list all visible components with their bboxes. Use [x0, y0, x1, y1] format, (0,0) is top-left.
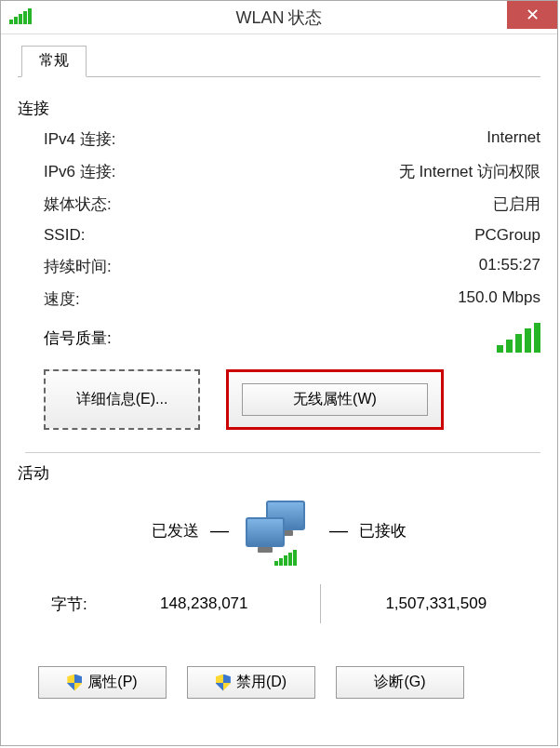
- row-ipv6: IPv6 连接: 无 Internet 访问权限: [18, 155, 540, 188]
- speed-label: 速度:: [44, 288, 80, 310]
- signal-bars-icon: [494, 323, 540, 353]
- diagnose-button[interactable]: 诊断(G): [336, 666, 464, 699]
- wireless-properties-label: 无线属性(W): [293, 391, 377, 407]
- speed-value: 150.0 Mbps: [458, 288, 540, 310]
- tab-general[interactable]: 常规: [21, 46, 87, 77]
- wlan-status-window: WLAN 状态 ✕ 常规 连接 IPv4 连接: Internet IPv6 连…: [0, 0, 558, 746]
- tab-strip: 常规: [18, 46, 540, 77]
- connection-section-title: 连接: [18, 98, 540, 119]
- ipv6-label: IPv6 连接:: [44, 161, 115, 182]
- activity-section-title: 活动: [18, 462, 540, 484]
- media-state-label: 媒体状态:: [44, 194, 112, 215]
- sent-label: 已发送: [69, 520, 199, 541]
- computers-icon: [240, 501, 318, 560]
- row-ssid: SSID: PCGroup: [18, 220, 540, 250]
- shield-icon: [216, 675, 231, 691]
- wireless-properties-highlight: 无线属性(W): [226, 369, 444, 430]
- ipv4-value: Internet: [487, 128, 540, 150]
- dash-icon: —: [208, 520, 231, 541]
- details-button-label: 详细信息(E)...: [76, 391, 168, 407]
- titlebar: WLAN 状态 ✕: [1, 1, 557, 34]
- row-duration: 持续时间: 01:55:27: [18, 250, 540, 283]
- duration-label: 持续时间:: [44, 256, 112, 277]
- separator: [320, 584, 321, 623]
- bytes-sent-value: 148,238,071: [107, 594, 301, 613]
- activity-header: 已发送 — — 已接收: [25, 501, 533, 560]
- row-speed: 速度: 150.0 Mbps: [18, 283, 540, 315]
- close-button[interactable]: ✕: [507, 1, 557, 29]
- ipv6-value: 无 Internet 访问权限: [399, 161, 540, 182]
- disable-label: 禁用(D): [236, 673, 287, 692]
- properties-label: 属性(P): [87, 673, 137, 692]
- dash-icon: —: [327, 520, 350, 541]
- ssid-value: PCGroup: [474, 226, 540, 245]
- shield-icon: [67, 675, 82, 691]
- window-title: WLAN 状态: [235, 7, 322, 29]
- bytes-label: 字节:: [51, 594, 107, 615]
- ipv4-label: IPv4 连接:: [44, 128, 115, 150]
- divider: [25, 452, 540, 453]
- disable-button[interactable]: 禁用(D): [187, 666, 315, 699]
- properties-button[interactable]: 属性(P): [38, 666, 167, 699]
- signal-quality-label: 信号质量:: [44, 327, 112, 349]
- ssid-label: SSID:: [44, 226, 85, 245]
- media-state-value: 已启用: [493, 194, 540, 215]
- bytes-received-value: 1,507,331,509: [340, 594, 534, 613]
- row-media-state: 媒体状态: 已启用: [18, 188, 540, 220]
- received-label: 已接收: [359, 520, 489, 541]
- details-button[interactable]: 详细信息(E)...: [44, 369, 200, 430]
- bytes-row: 字节: 148,238,071 1,507,331,509: [25, 568, 533, 623]
- row-signal-quality: 信号质量:: [18, 315, 540, 360]
- row-ipv4: IPv4 连接: Internet: [18, 123, 540, 155]
- diagnose-label: 诊断(G): [374, 673, 425, 692]
- wireless-properties-button[interactable]: 无线属性(W): [242, 383, 428, 416]
- signal-icon: [8, 8, 32, 27]
- duration-value: 01:55:27: [479, 256, 540, 277]
